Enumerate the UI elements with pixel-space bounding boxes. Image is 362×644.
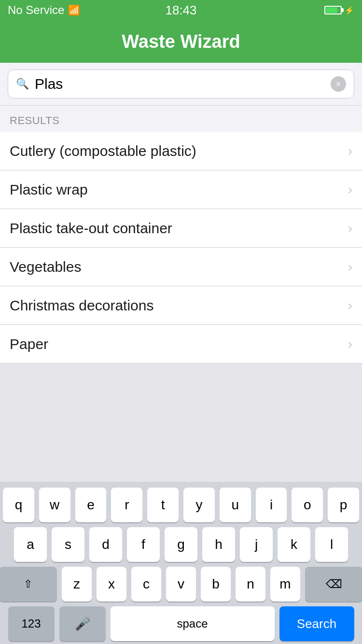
key-x[interactable]: x <box>97 567 126 602</box>
list-item[interactable]: Paper› <box>0 325 362 364</box>
shift-key[interactable]: ⇧ <box>0 567 57 602</box>
delete-key[interactable]: ⌫ <box>305 567 362 602</box>
key-e[interactable]: e <box>75 488 107 522</box>
list-item-label: Plastic take-out container <box>10 220 172 237</box>
nav-bar: Waste Wizard <box>0 20 362 63</box>
list-item-label: Christmas decorations <box>10 297 153 314</box>
key-a[interactable]: a <box>14 527 47 562</box>
numbers-key[interactable]: 123 <box>8 606 55 641</box>
key-z[interactable]: z <box>62 567 92 602</box>
key-d[interactable]: d <box>89 527 122 562</box>
key-q[interactable]: q <box>3 488 34 522</box>
list-item-label: Cutlery (compostable plastic) <box>10 143 196 159</box>
clear-button[interactable]: × <box>331 76 346 92</box>
chevron-right-icon: › <box>348 336 352 352</box>
results-list: Cutlery (compostable plastic)›Plastic wr… <box>0 132 362 364</box>
key-t[interactable]: t <box>147 488 179 522</box>
chevron-right-icon: › <box>348 259 352 275</box>
key-s[interactable]: s <box>52 527 84 562</box>
time-label: 18:43 <box>165 3 196 18</box>
key-j[interactable]: j <box>240 527 273 562</box>
key-v[interactable]: v <box>166 567 196 602</box>
key-u[interactable]: u <box>220 488 251 522</box>
key-w[interactable]: w <box>39 488 70 522</box>
key-n[interactable]: n <box>236 567 265 602</box>
search-container: 🔍 Plas × <box>0 63 362 106</box>
keyboard: qwertyuiop asdfghjkl ⇧zxcvbnm⌫ 123🎤space… <box>0 482 362 644</box>
key-i[interactable]: i <box>256 488 287 522</box>
space-key[interactable]: space <box>111 606 275 641</box>
list-item-label: Plastic wrap <box>10 182 88 198</box>
search-icon: 🔍 <box>16 78 29 90</box>
key-y[interactable]: y <box>183 488 215 522</box>
list-item[interactable]: Cutlery (compostable plastic)› <box>0 132 362 170</box>
app-title: Waste Wizard <box>122 31 240 52</box>
key-h[interactable]: h <box>202 527 235 562</box>
search-bar[interactable]: 🔍 Plas × <box>8 70 354 98</box>
search-input[interactable]: Plas <box>35 76 325 92</box>
key-k[interactable]: k <box>278 527 310 562</box>
key-g[interactable]: g <box>165 527 197 562</box>
chevron-right-icon: › <box>348 143 352 159</box>
list-item[interactable]: Plastic take-out container› <box>0 209 362 248</box>
carrier-label: No Service <box>8 3 64 17</box>
charging-icon: ⚡ <box>345 6 354 15</box>
key-r[interactable]: r <box>111 488 142 522</box>
mic-key[interactable]: 🎤 <box>59 606 106 641</box>
list-item-label: Paper <box>10 336 48 352</box>
keyboard-row-2: asdfghjkl <box>3 527 359 562</box>
keyboard-row-3: ⇧zxcvbnm⌫ <box>3 567 359 602</box>
keyboard-bottom-row: 123🎤spaceSearch <box>3 606 359 641</box>
chevron-right-icon: › <box>348 221 352 236</box>
status-bar: No Service 📶 18:43 ⚡ <box>0 0 362 20</box>
list-item-label: Vegetables <box>10 259 81 275</box>
results-section-header: RESULTS <box>0 106 362 132</box>
key-c[interactable]: c <box>131 567 161 602</box>
key-m[interactable]: m <box>270 567 300 602</box>
results-label: RESULTS <box>10 114 59 126</box>
key-l[interactable]: l <box>315 527 348 562</box>
keyboard-row-1: qwertyuiop <box>3 488 359 522</box>
key-o[interactable]: o <box>292 488 323 522</box>
key-b[interactable]: b <box>201 567 231 602</box>
search-key[interactable]: Search <box>279 606 354 641</box>
key-f[interactable]: f <box>127 527 160 562</box>
key-p[interactable]: p <box>328 488 359 522</box>
list-item[interactable]: Vegetables› <box>0 248 362 286</box>
list-item[interactable]: Christmas decorations› <box>0 286 362 325</box>
wifi-icon: 📶 <box>68 4 80 16</box>
chevron-right-icon: › <box>348 182 352 197</box>
chevron-right-icon: › <box>348 298 352 313</box>
list-item[interactable]: Plastic wrap› <box>0 170 362 209</box>
battery-icon <box>324 6 342 14</box>
